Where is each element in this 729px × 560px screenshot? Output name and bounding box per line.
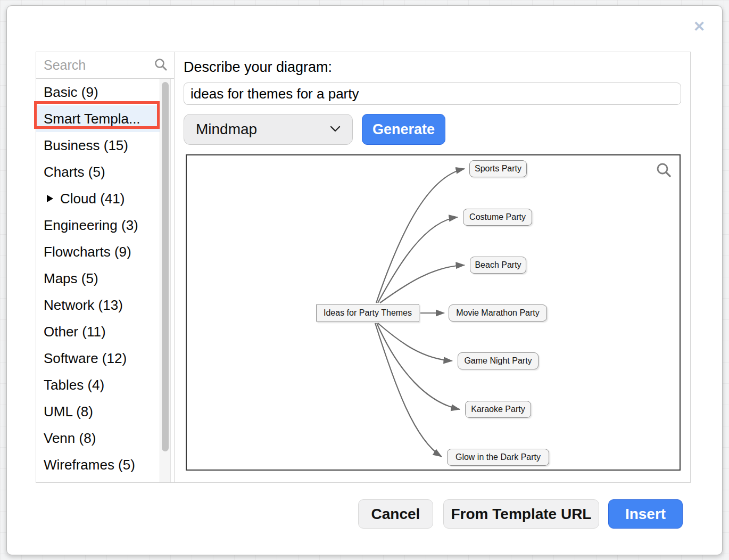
sidebar-item-basic[interactable]: Basic (9) (36, 79, 160, 105)
close-icon[interactable]: ✕ (691, 19, 707, 35)
sidebar-item-charts[interactable]: Charts (5) (36, 159, 160, 185)
sidebar-item-engineering[interactable]: Engineering (3) (36, 212, 160, 238)
sidebar-scrollbar-thumb[interactable] (162, 82, 169, 451)
search-icon (154, 57, 168, 73)
smart-template-dialog: ✕ Basic (9) Smart Templa... Business (15… (6, 5, 723, 555)
insert-button[interactable]: Insert (608, 499, 683, 529)
sidebar-item-software[interactable]: Software (12) (36, 345, 160, 372)
sidebar-item-business[interactable]: Business (15) (36, 132, 160, 159)
expand-triangle-icon (47, 195, 53, 202)
mindmap-node: Sports Party (469, 160, 527, 177)
sidebar-item-maps[interactable]: Maps (5) (36, 265, 160, 292)
diagram-description-input[interactable] (184, 83, 681, 105)
mindmap-node: Beach Party (470, 257, 526, 274)
sidebar-item-network[interactable]: Network (13) (36, 292, 160, 318)
generate-button[interactable]: Generate (362, 114, 445, 145)
search-row (36, 52, 174, 79)
diagram-preview: Ideas for Party Themes Sports Party Cost… (186, 154, 681, 471)
cancel-button[interactable]: Cancel (358, 499, 433, 529)
mindmap-edges (187, 155, 680, 470)
mindmap-node: Game Night Party (458, 352, 539, 369)
sidebar-scrollbar-track[interactable] (160, 79, 171, 482)
mindmap-node: Glow in the Dark Party (447, 449, 549, 466)
sidebar-item-wireframes[interactable]: Wireframes (5) (36, 451, 160, 478)
diagram-type-value: Mindmap (196, 121, 330, 138)
chevron-down-icon (330, 125, 341, 134)
category-list: Basic (9) Smart Templa... Business (15) … (36, 79, 160, 482)
diagram-type-select[interactable]: Mindmap (184, 114, 353, 145)
mindmap-node: Costume Party (463, 209, 532, 226)
category-sidebar: Basic (9) Smart Templa... Business (15) … (36, 52, 175, 482)
sidebar-item-other[interactable]: Other (11) (36, 318, 160, 345)
mindmap-node: Karaoke Party (465, 401, 531, 418)
search-input[interactable] (44, 57, 151, 73)
sidebar-item-cloud[interactable]: Cloud (41) (36, 185, 160, 212)
mindmap-root-node: Ideas for Party Themes (316, 304, 419, 322)
smart-template-main: Describe your diagram: Mindmap Generate (175, 52, 690, 482)
describe-diagram-label: Describe your diagram: (184, 59, 332, 76)
sidebar-item-smart-template[interactable]: Smart Templa... (36, 105, 160, 132)
mindmap-node: Movie Marathon Party (449, 304, 547, 322)
template-panel: Basic (9) Smart Templa... Business (15) … (36, 52, 691, 483)
zoom-preview-icon[interactable] (656, 162, 672, 180)
sidebar-item-flowcharts[interactable]: Flowcharts (9) (36, 238, 160, 265)
sidebar-item-venn[interactable]: Venn (8) (36, 425, 160, 451)
sidebar-item-label: Cloud (41) (60, 191, 125, 207)
from-template-url-button[interactable]: From Template URL (443, 499, 599, 529)
sidebar-item-tables[interactable]: Tables (4) (36, 372, 160, 398)
sidebar-item-uml[interactable]: UML (8) (36, 398, 160, 425)
